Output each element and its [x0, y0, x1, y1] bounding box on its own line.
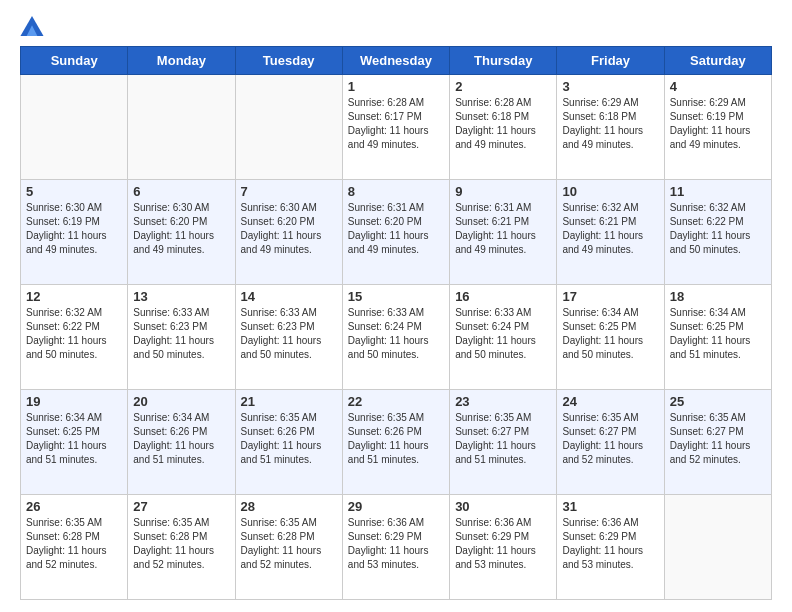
- calendar-cell: [128, 75, 235, 180]
- calendar-cell: 26Sunrise: 6:35 AM Sunset: 6:28 PM Dayli…: [21, 495, 128, 600]
- day-number: 4: [670, 79, 766, 94]
- calendar-cell: 17Sunrise: 6:34 AM Sunset: 6:25 PM Dayli…: [557, 285, 664, 390]
- day-info: Sunrise: 6:29 AM Sunset: 6:19 PM Dayligh…: [670, 96, 766, 152]
- day-number: 19: [26, 394, 122, 409]
- weekday-header-saturday: Saturday: [664, 47, 771, 75]
- day-number: 24: [562, 394, 658, 409]
- header: [20, 16, 772, 36]
- calendar-cell: 9Sunrise: 6:31 AM Sunset: 6:21 PM Daylig…: [450, 180, 557, 285]
- day-info: Sunrise: 6:30 AM Sunset: 6:19 PM Dayligh…: [26, 201, 122, 257]
- day-info: Sunrise: 6:36 AM Sunset: 6:29 PM Dayligh…: [348, 516, 444, 572]
- day-number: 15: [348, 289, 444, 304]
- calendar-cell: 20Sunrise: 6:34 AM Sunset: 6:26 PM Dayli…: [128, 390, 235, 495]
- day-info: Sunrise: 6:35 AM Sunset: 6:26 PM Dayligh…: [241, 411, 337, 467]
- day-number: 17: [562, 289, 658, 304]
- day-number: 13: [133, 289, 229, 304]
- calendar-cell: 13Sunrise: 6:33 AM Sunset: 6:23 PM Dayli…: [128, 285, 235, 390]
- day-info: Sunrise: 6:33 AM Sunset: 6:23 PM Dayligh…: [241, 306, 337, 362]
- day-info: Sunrise: 6:34 AM Sunset: 6:25 PM Dayligh…: [670, 306, 766, 362]
- weekday-header-monday: Monday: [128, 47, 235, 75]
- calendar-week-5: 26Sunrise: 6:35 AM Sunset: 6:28 PM Dayli…: [21, 495, 772, 600]
- calendar-cell: 10Sunrise: 6:32 AM Sunset: 6:21 PM Dayli…: [557, 180, 664, 285]
- day-info: Sunrise: 6:32 AM Sunset: 6:22 PM Dayligh…: [670, 201, 766, 257]
- calendar-cell: 27Sunrise: 6:35 AM Sunset: 6:28 PM Dayli…: [128, 495, 235, 600]
- calendar-cell: 23Sunrise: 6:35 AM Sunset: 6:27 PM Dayli…: [450, 390, 557, 495]
- day-number: 1: [348, 79, 444, 94]
- calendar-week-1: 1Sunrise: 6:28 AM Sunset: 6:17 PM Daylig…: [21, 75, 772, 180]
- day-number: 30: [455, 499, 551, 514]
- day-info: Sunrise: 6:35 AM Sunset: 6:28 PM Dayligh…: [133, 516, 229, 572]
- day-info: Sunrise: 6:30 AM Sunset: 6:20 PM Dayligh…: [133, 201, 229, 257]
- weekday-header-sunday: Sunday: [21, 47, 128, 75]
- calendar-cell: 25Sunrise: 6:35 AM Sunset: 6:27 PM Dayli…: [664, 390, 771, 495]
- day-info: Sunrise: 6:35 AM Sunset: 6:27 PM Dayligh…: [455, 411, 551, 467]
- calendar-cell: 14Sunrise: 6:33 AM Sunset: 6:23 PM Dayli…: [235, 285, 342, 390]
- day-number: 31: [562, 499, 658, 514]
- day-info: Sunrise: 6:31 AM Sunset: 6:20 PM Dayligh…: [348, 201, 444, 257]
- day-number: 25: [670, 394, 766, 409]
- day-number: 9: [455, 184, 551, 199]
- day-info: Sunrise: 6:35 AM Sunset: 6:28 PM Dayligh…: [241, 516, 337, 572]
- weekday-header-thursday: Thursday: [450, 47, 557, 75]
- day-info: Sunrise: 6:30 AM Sunset: 6:20 PM Dayligh…: [241, 201, 337, 257]
- day-number: 20: [133, 394, 229, 409]
- calendar-cell: [235, 75, 342, 180]
- calendar-cell: [664, 495, 771, 600]
- calendar-cell: 7Sunrise: 6:30 AM Sunset: 6:20 PM Daylig…: [235, 180, 342, 285]
- day-number: 28: [241, 499, 337, 514]
- weekday-header-row: SundayMondayTuesdayWednesdayThursdayFrid…: [21, 47, 772, 75]
- day-info: Sunrise: 6:36 AM Sunset: 6:29 PM Dayligh…: [455, 516, 551, 572]
- calendar-cell: 11Sunrise: 6:32 AM Sunset: 6:22 PM Dayli…: [664, 180, 771, 285]
- day-info: Sunrise: 6:33 AM Sunset: 6:23 PM Dayligh…: [133, 306, 229, 362]
- calendar-cell: 16Sunrise: 6:33 AM Sunset: 6:24 PM Dayli…: [450, 285, 557, 390]
- calendar-cell: 31Sunrise: 6:36 AM Sunset: 6:29 PM Dayli…: [557, 495, 664, 600]
- calendar-week-2: 5Sunrise: 6:30 AM Sunset: 6:19 PM Daylig…: [21, 180, 772, 285]
- calendar-cell: 18Sunrise: 6:34 AM Sunset: 6:25 PM Dayli…: [664, 285, 771, 390]
- day-number: 7: [241, 184, 337, 199]
- day-info: Sunrise: 6:32 AM Sunset: 6:22 PM Dayligh…: [26, 306, 122, 362]
- day-info: Sunrise: 6:31 AM Sunset: 6:21 PM Dayligh…: [455, 201, 551, 257]
- calendar-cell: 5Sunrise: 6:30 AM Sunset: 6:19 PM Daylig…: [21, 180, 128, 285]
- calendar-table: SundayMondayTuesdayWednesdayThursdayFrid…: [20, 46, 772, 600]
- calendar-cell: 29Sunrise: 6:36 AM Sunset: 6:29 PM Dayli…: [342, 495, 449, 600]
- logo: [20, 16, 48, 36]
- calendar-cell: 21Sunrise: 6:35 AM Sunset: 6:26 PM Dayli…: [235, 390, 342, 495]
- day-info: Sunrise: 6:34 AM Sunset: 6:25 PM Dayligh…: [562, 306, 658, 362]
- calendar-cell: 19Sunrise: 6:34 AM Sunset: 6:25 PM Dayli…: [21, 390, 128, 495]
- calendar-cell: 30Sunrise: 6:36 AM Sunset: 6:29 PM Dayli…: [450, 495, 557, 600]
- calendar-cell: 8Sunrise: 6:31 AM Sunset: 6:20 PM Daylig…: [342, 180, 449, 285]
- weekday-header-tuesday: Tuesday: [235, 47, 342, 75]
- calendar-cell: 22Sunrise: 6:35 AM Sunset: 6:26 PM Dayli…: [342, 390, 449, 495]
- day-number: 22: [348, 394, 444, 409]
- calendar-cell: [21, 75, 128, 180]
- day-info: Sunrise: 6:28 AM Sunset: 6:18 PM Dayligh…: [455, 96, 551, 152]
- calendar-cell: 24Sunrise: 6:35 AM Sunset: 6:27 PM Dayli…: [557, 390, 664, 495]
- logo-icon: [20, 16, 44, 36]
- day-info: Sunrise: 6:32 AM Sunset: 6:21 PM Dayligh…: [562, 201, 658, 257]
- calendar-cell: 12Sunrise: 6:32 AM Sunset: 6:22 PM Dayli…: [21, 285, 128, 390]
- day-info: Sunrise: 6:35 AM Sunset: 6:27 PM Dayligh…: [670, 411, 766, 467]
- calendar-body: 1Sunrise: 6:28 AM Sunset: 6:17 PM Daylig…: [21, 75, 772, 600]
- day-number: 11: [670, 184, 766, 199]
- day-info: Sunrise: 6:34 AM Sunset: 6:26 PM Dayligh…: [133, 411, 229, 467]
- calendar-cell: 2Sunrise: 6:28 AM Sunset: 6:18 PM Daylig…: [450, 75, 557, 180]
- day-number: 27: [133, 499, 229, 514]
- day-number: 16: [455, 289, 551, 304]
- day-info: Sunrise: 6:34 AM Sunset: 6:25 PM Dayligh…: [26, 411, 122, 467]
- calendar-cell: 6Sunrise: 6:30 AM Sunset: 6:20 PM Daylig…: [128, 180, 235, 285]
- calendar-week-4: 19Sunrise: 6:34 AM Sunset: 6:25 PM Dayli…: [21, 390, 772, 495]
- calendar-cell: 1Sunrise: 6:28 AM Sunset: 6:17 PM Daylig…: [342, 75, 449, 180]
- calendar-cell: 3Sunrise: 6:29 AM Sunset: 6:18 PM Daylig…: [557, 75, 664, 180]
- day-number: 23: [455, 394, 551, 409]
- day-number: 8: [348, 184, 444, 199]
- day-info: Sunrise: 6:28 AM Sunset: 6:17 PM Dayligh…: [348, 96, 444, 152]
- day-info: Sunrise: 6:33 AM Sunset: 6:24 PM Dayligh…: [455, 306, 551, 362]
- day-info: Sunrise: 6:35 AM Sunset: 6:26 PM Dayligh…: [348, 411, 444, 467]
- day-number: 6: [133, 184, 229, 199]
- day-info: Sunrise: 6:35 AM Sunset: 6:28 PM Dayligh…: [26, 516, 122, 572]
- day-number: 26: [26, 499, 122, 514]
- day-number: 18: [670, 289, 766, 304]
- calendar-cell: 15Sunrise: 6:33 AM Sunset: 6:24 PM Dayli…: [342, 285, 449, 390]
- day-info: Sunrise: 6:36 AM Sunset: 6:29 PM Dayligh…: [562, 516, 658, 572]
- day-number: 21: [241, 394, 337, 409]
